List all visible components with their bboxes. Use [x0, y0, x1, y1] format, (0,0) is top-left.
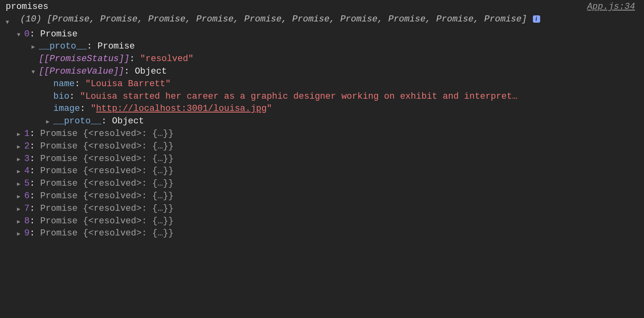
quote: "	[90, 104, 96, 114]
obj-proto-row[interactable]: __proto__: Object	[6, 115, 641, 128]
item-index: 1	[24, 129, 29, 139]
console-log-entry: promises App.js:34 (10) [Promise, Promis…	[0, 0, 644, 243]
quote: "	[267, 104, 272, 114]
item-preview: Promise {<resolved>: {…}}	[40, 216, 174, 226]
prop-value: "Louisa started her career as a graphic …	[80, 91, 518, 102]
proto-key: __proto__	[53, 116, 101, 126]
expand-arrow-icon[interactable]	[32, 40, 39, 53]
internal-key: [[PromiseStatus]]	[39, 54, 129, 64]
item-index: 6	[24, 191, 29, 201]
expand-arrow-icon[interactable]	[17, 227, 24, 240]
status-value: "resolved"	[140, 54, 194, 64]
promise-status-row: [[PromiseStatus]]: "resolved"	[6, 53, 641, 66]
item-preview: Promise {<resolved>: {…}}	[40, 166, 174, 176]
proto-value: Promise	[97, 41, 135, 51]
expand-arrow-icon[interactable]	[17, 203, 24, 215]
proto-outer-row[interactable]: __proto__: Promise	[6, 40, 641, 53]
obj-bio-row: bio: "Louisa started her career as a gra…	[6, 91, 641, 103]
item-preview: Promise {<resolved>: {…}}	[40, 178, 174, 189]
expand-arrow-icon[interactable]	[32, 66, 39, 78]
rest-items-container: 1: Promise {<resolved>: {…}}2: Promise {…	[6, 128, 641, 240]
image-url-link[interactable]: http://localhost:3001/louisa.jpg	[96, 104, 267, 114]
array-item-collapsed[interactable]: 7: Promise {<resolved>: {…}}	[6, 203, 641, 215]
log-header-row: promises App.js:34	[6, 1, 641, 13]
info-icon[interactable]: i	[533, 15, 540, 23]
array-summary-row[interactable]: (10) [Promise, Promise, Promise, Promise…	[6, 13, 641, 28]
item-preview: Promise {<resolved>: {…}}	[40, 154, 174, 164]
expand-arrow-icon[interactable]	[17, 165, 24, 178]
source-link[interactable]: App.js:34	[587, 1, 635, 13]
array-item-collapsed[interactable]: 4: Promise {<resolved>: {…}}	[6, 165, 641, 178]
obj-name-row: name: "Louisa Barrett"	[6, 78, 641, 91]
prop-key: image	[53, 104, 80, 114]
item-preview: Promise {<resolved>: {…}}	[40, 191, 174, 201]
array-item-collapsed[interactable]: 9: Promise {<resolved>: {…}}	[6, 227, 641, 240]
proto-key: __proto__	[39, 41, 87, 51]
item-preview: Promise {<resolved>: {…}}	[40, 129, 174, 139]
expand-arrow-icon[interactable]	[46, 115, 53, 128]
proto-value: Object	[112, 116, 144, 126]
array-count: (10)	[20, 14, 42, 24]
item-index: 4	[24, 166, 29, 176]
item-index: 5	[24, 178, 29, 189]
expand-arrow-icon[interactable]	[17, 215, 24, 228]
expand-arrow-icon[interactable]	[17, 140, 24, 153]
obj-image-row: image: "http://localhost:3001/louisa.jpg…	[6, 103, 641, 115]
array-item-collapsed[interactable]: 8: Promise {<resolved>: {…}}	[6, 215, 641, 228]
expand-arrow-icon[interactable]	[17, 190, 24, 203]
item-type: Promise	[40, 29, 78, 39]
item-index: 3	[24, 154, 29, 164]
expand-arrow-icon[interactable]	[17, 153, 24, 165]
expand-arrow-icon[interactable]	[17, 28, 24, 41]
item-preview: Promise {<resolved>: {…}}	[40, 228, 174, 238]
item-index: 7	[24, 204, 29, 214]
array-summary-text: [Promise, Promise, Promise, Promise, Pro…	[47, 14, 527, 24]
prop-key: bio	[53, 91, 69, 102]
internal-key: [[PromiseValue]]	[39, 66, 124, 76]
array-item-collapsed[interactable]: 5: Promise {<resolved>: {…}}	[6, 178, 641, 190]
array-item-0[interactable]: 0: Promise	[6, 28, 641, 41]
expand-arrow-icon[interactable]	[17, 178, 24, 190]
promise-value-row[interactable]: [[PromiseValue]]: Object	[6, 66, 641, 78]
item-index: 0	[24, 29, 29, 39]
prop-key: name	[53, 79, 75, 89]
array-item-collapsed[interactable]: 2: Promise {<resolved>: {…}}	[6, 140, 641, 153]
item-preview: Promise {<resolved>: {…}}	[40, 204, 174, 214]
array-item-collapsed[interactable]: 1: Promise {<resolved>: {…}}	[6, 128, 641, 140]
log-label: promises	[6, 1, 48, 13]
array-item-collapsed[interactable]: 3: Promise {<resolved>: {…}}	[6, 153, 641, 165]
item-index: 2	[24, 141, 29, 151]
item-preview: Promise {<resolved>: {…}}	[40, 141, 174, 151]
prop-value: "Louisa Barrett"	[85, 79, 170, 89]
array-item-collapsed[interactable]: 6: Promise {<resolved>: {…}}	[6, 190, 641, 203]
expand-arrow-icon[interactable]	[17, 128, 24, 140]
item-index: 9	[24, 228, 29, 238]
expand-arrow-icon[interactable]	[6, 16, 13, 28]
item-index: 8	[24, 216, 29, 226]
value-type: Object	[135, 66, 167, 76]
